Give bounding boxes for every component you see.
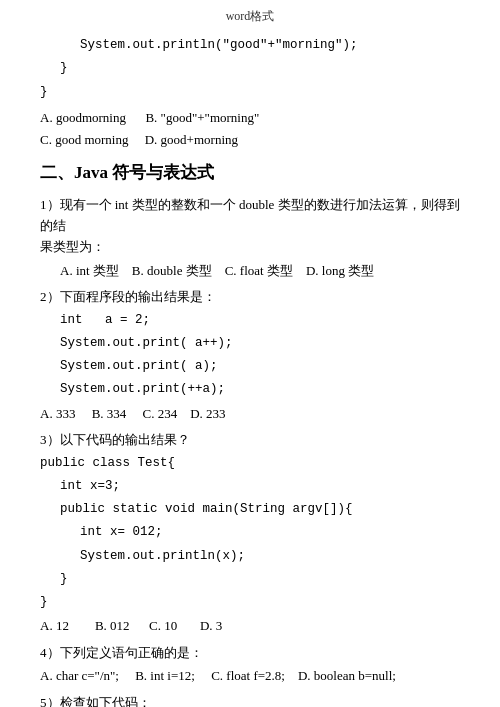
code-line-3: } <box>40 82 460 103</box>
main-content: System.out.println("good"+"morning"); } … <box>0 29 500 707</box>
q4-code-2: int x=3; <box>60 476 460 497</box>
q4-code-1: public class Test{ <box>40 453 460 474</box>
q3-code-1: int a = 2; <box>60 310 460 331</box>
q3-code-3: System.out.print( a); <box>60 356 460 377</box>
q3-code-2: System.out.print( a++); <box>60 333 460 354</box>
q1-option-b: B. "good"+"morning" <box>145 110 259 125</box>
header-title: word格式 <box>226 9 275 23</box>
q4-code-5: System.out.println(x); <box>80 546 460 567</box>
q4-code-4: int x= 012; <box>80 522 460 543</box>
q6-text: 5）检查如下代码： <box>40 692 460 707</box>
q3-code-4: System.out.print(++a); <box>60 379 460 400</box>
q1-option-d: D. good+morning <box>145 132 238 147</box>
q1-option-a: A. goodmorning <box>40 110 142 125</box>
q3-options: A. 333 B. 334 C. 234 D. 233 <box>40 403 460 424</box>
q2-text: 1）现有一个 int 类型的整数和一个 double 类型的数进行加法运算，则得… <box>40 194 460 258</box>
q4-text: 3）以下代码的输出结果？ <box>40 429 460 450</box>
q1-options-row2: C. good morning D. good+morning <box>40 129 460 150</box>
q4-code-6: } <box>60 569 460 590</box>
q4-options: A. 12 B. 012 C. 10 D. 3 <box>40 615 460 636</box>
q4-code-7: } <box>40 592 460 613</box>
code-line-1: System.out.println("good"+"morning"); <box>80 35 460 56</box>
page-header: word格式 <box>0 0 500 29</box>
q5-options-row1: A. char c="/n"; B. int i=12; C. float f=… <box>40 665 460 686</box>
q3-text: 2）下面程序段的输出结果是： <box>40 286 460 307</box>
q2-options: A. int 类型 B. double 类型 C. float 类型 D. lo… <box>60 260 460 281</box>
q1-options-row1: A. goodmorning B. "good"+"morning" <box>40 107 460 128</box>
q4-code-3: public static void main(String argv[]){ <box>60 499 460 520</box>
q1-option-c: C. good morning <box>40 132 141 147</box>
section2-title: 二、Java 符号与表达式 <box>40 159 460 188</box>
q5-text: 4）下列定义语句正确的是： <box>40 642 460 663</box>
code-line-2: } <box>60 58 460 79</box>
